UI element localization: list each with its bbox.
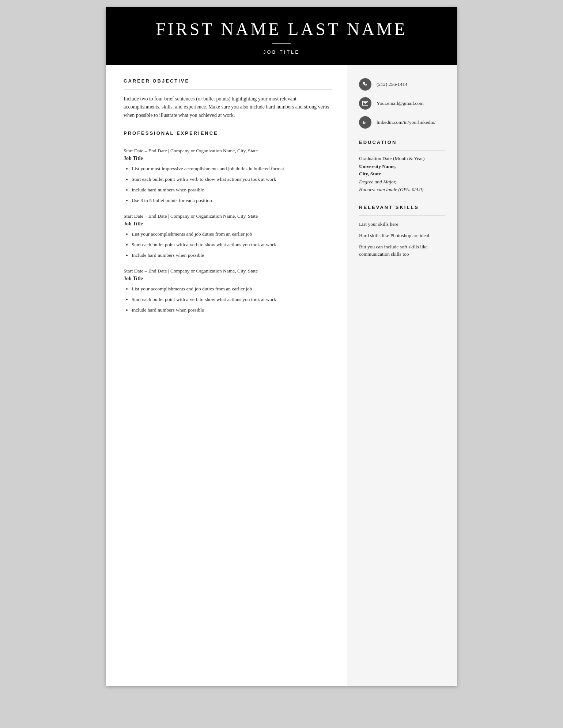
list-item: List your accomplishments and job duties…	[132, 285, 332, 293]
career-objective-divider	[124, 89, 332, 90]
phone-icon	[359, 78, 371, 91]
header-job-title: JOB TITLE	[121, 49, 442, 55]
list-item: List your most impressive accomplishment…	[132, 165, 332, 173]
phone-text: (212) 256-1414	[377, 81, 407, 87]
contact-linkedin-item: in linkedin.com/in/yourlinkedin/	[359, 116, 445, 129]
contact-section: (212) 256-1414 Your.email@gmail.com	[359, 78, 445, 129]
list-item: Include hard numbers when possible	[132, 252, 332, 259]
career-objective-section: CAREER OBJECTIVE Include two to four bri…	[124, 78, 332, 119]
header-divider	[272, 43, 291, 44]
job-entry-3: Start Date – End Date | Company or Organ…	[124, 267, 332, 314]
list-item: Start each bullet point with a verb to s…	[132, 241, 332, 249]
education-degree: Degree and Major,	[359, 178, 445, 186]
education-city-state: City, State	[359, 170, 445, 178]
skills-title: RELEVANT SKILLS	[359, 205, 445, 210]
skill-item-1: List your skills here	[359, 221, 445, 228]
job-3-title: Job Title	[124, 276, 332, 282]
header-name: FIRST NAME LAST NAME	[121, 19, 442, 39]
career-objective-text: Include two to four brief sentences (or …	[124, 95, 332, 119]
resume-header: FIRST NAME LAST NAME JOB TITLE	[106, 7, 457, 65]
job-entry-1: Start Date – End Date | Company or Organ…	[124, 147, 332, 205]
job-entry-2: Start Date – End Date | Company or Organ…	[124, 213, 332, 259]
email-icon	[359, 97, 371, 110]
list-item: Include hard numbers when possible	[132, 306, 332, 314]
job-1-title: Job Title	[124, 156, 332, 161]
skills-section: RELEVANT SKILLS List your skills here Ha…	[359, 205, 445, 259]
education-title: EDUCATION	[359, 140, 445, 145]
education-grad-date: Graduation Date (Month & Year)	[359, 156, 445, 161]
education-honors: Honors: cum laude (GPA: 0/4.0)	[359, 186, 445, 194]
education-divider	[359, 150, 445, 150]
education-section: EDUCATION Graduation Date (Month & Year)…	[359, 140, 445, 194]
list-item: List your accomplishments and job duties…	[132, 230, 332, 238]
job-2-title: Job Title	[124, 221, 332, 227]
resume-page: FIRST NAME LAST NAME JOB TITLE CAREER OB…	[106, 7, 457, 686]
list-item: Start each bullet point with a verb to s…	[132, 296, 332, 304]
email-text: Your.email@gmail.com	[377, 100, 424, 106]
job-1-date-company: Start Date – End Date | Company or Organ…	[124, 147, 332, 155]
contact-phone-item: (212) 256-1414	[359, 78, 445, 91]
resume-body: CAREER OBJECTIVE Include two to four bri…	[106, 65, 457, 686]
experience-divider	[124, 142, 332, 142]
left-column: CAREER OBJECTIVE Include two to four bri…	[106, 65, 347, 686]
list-item: Include hard numbers when possible	[132, 186, 332, 194]
list-item: Start each bullet point with a verb to s…	[132, 176, 332, 183]
job-3-bullets: List your accomplishments and job duties…	[124, 285, 332, 314]
job-2-date-company: Start Date – End Date | Company or Organ…	[124, 213, 332, 220]
job-3-date-company: Start Date – End Date | Company or Organ…	[124, 267, 332, 275]
experience-title: PROFESSIONAL EXPERIENCE	[124, 130, 332, 136]
list-item: Use 3 to 5 bullet points for each positi…	[132, 197, 332, 205]
right-column: (212) 256-1414 Your.email@gmail.com	[347, 65, 457, 686]
education-university: University Name,	[359, 163, 445, 170]
contact-email-item: Your.email@gmail.com	[359, 97, 445, 110]
experience-section: PROFESSIONAL EXPERIENCE Start Date – End…	[124, 130, 332, 314]
linkedin-text: linkedin.com/in/yourlinkedin/	[377, 119, 436, 125]
skill-item-3: But you can include soft skills like com…	[359, 243, 445, 259]
linkedin-icon: in	[359, 116, 371, 129]
job-2-bullets: List your accomplishments and job duties…	[124, 230, 332, 259]
svg-text:in: in	[363, 121, 367, 125]
job-1-bullets: List your most impressive accomplishment…	[124, 165, 332, 205]
skill-item-2: Hard skills like Photoshop are ideal	[359, 232, 445, 240]
career-objective-title: CAREER OBJECTIVE	[124, 78, 332, 84]
skills-divider	[359, 215, 445, 216]
